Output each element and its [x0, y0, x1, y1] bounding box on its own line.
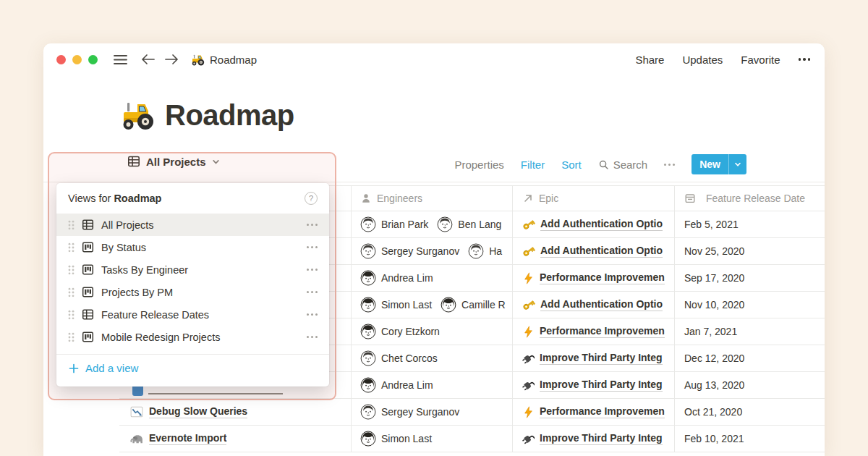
- avatar: [360, 431, 376, 447]
- view-item-menu-icon[interactable]: [307, 246, 318, 248]
- more-options-icon[interactable]: [799, 58, 811, 61]
- board-view-icon: [82, 286, 94, 298]
- new-button[interactable]: New: [692, 154, 746, 174]
- key-icon: [522, 245, 535, 258]
- key-icon: [522, 298, 535, 311]
- breadcrumb-page-title[interactable]: Roadmap: [210, 54, 257, 66]
- help-icon[interactable]: ?: [305, 192, 318, 205]
- view-item-menu-icon[interactable]: [307, 269, 318, 271]
- column-header-release-date[interactable]: Feature Release Date: [674, 186, 825, 211]
- view-item-tasks-by-engineer[interactable]: Tasks By Engineer: [56, 258, 329, 281]
- plus-icon: [69, 363, 79, 373]
- epic-link[interactable]: Add Authentication Optio: [540, 218, 663, 231]
- table-row: Evernote Import Simon Last Improve Third…: [119, 426, 825, 452]
- release-date[interactable]: Jan 7, 2021: [684, 326, 737, 337]
- plug-icon: [522, 379, 535, 392]
- tractor-icon: [191, 53, 205, 67]
- board-view-icon: [82, 331, 94, 343]
- zoom-window-button[interactable]: [88, 55, 98, 64]
- epic-link[interactable]: Add Authentication Optio: [540, 245, 663, 258]
- view-item-menu-icon[interactable]: [307, 291, 318, 293]
- favorite-button[interactable]: Favorite: [741, 54, 780, 66]
- search-icon: [598, 159, 609, 170]
- person-icon: [360, 193, 372, 204]
- traffic-lights: [56, 55, 98, 64]
- column-header-engineers[interactable]: Engineers: [351, 186, 512, 211]
- tractor-icon: [120, 98, 155, 132]
- drag-handle-icon[interactable]: [68, 310, 75, 320]
- table-row: Debug Slow Queries Sergey Surganov Perfo…: [119, 399, 825, 426]
- page-title: Roadmap: [165, 99, 294, 132]
- column-header-epic[interactable]: Epic: [512, 186, 674, 211]
- view-item-by-status[interactable]: By Status: [56, 236, 329, 258]
- avatar: [360, 270, 376, 286]
- view-item-feature-release-dates[interactable]: Feature Release Dates: [56, 303, 329, 326]
- board-view-icon: [82, 241, 94, 253]
- avatar: [360, 297, 376, 313]
- view-item-menu-icon[interactable]: [307, 313, 318, 316]
- share-button[interactable]: Share: [635, 54, 664, 66]
- avatar: [360, 216, 376, 232]
- lightning-icon: [522, 406, 535, 418]
- app-window: Roadmap Share Updates Favorite Roadmap A…: [43, 43, 825, 456]
- properties-button[interactable]: Properties: [454, 159, 503, 171]
- sort-button[interactable]: Sort: [561, 159, 582, 171]
- view-item-projects-by-pm[interactable]: Projects By PM: [56, 281, 329, 303]
- table-view-icon: [82, 219, 94, 231]
- project-link[interactable]: Evernote Import: [149, 432, 226, 445]
- epic-link[interactable]: Performance Improvemen: [540, 271, 665, 284]
- release-date[interactable]: Feb 5, 2021: [684, 219, 739, 230]
- release-date[interactable]: Feb 10, 2021: [684, 433, 744, 444]
- release-date[interactable]: Aug 13, 2020: [684, 379, 744, 391]
- view-switcher-button[interactable]: All Projects: [127, 155, 220, 168]
- drag-handle-icon[interactable]: [68, 287, 75, 297]
- epic-link[interactable]: Improve Third Party Integ: [540, 379, 663, 392]
- views-dropdown: Views for Roadmap ? All Projects By Stat…: [56, 183, 329, 387]
- release-date[interactable]: Nov 10, 2020: [684, 299, 744, 311]
- avatar: [437, 216, 453, 232]
- view-options-icon[interactable]: [664, 164, 675, 166]
- release-date[interactable]: Dec 12, 2020: [684, 352, 744, 364]
- views-dropdown-header: Views for Roadmap ?: [56, 183, 329, 214]
- plug-icon: [522, 352, 535, 365]
- forward-arrow-icon[interactable]: [164, 54, 179, 65]
- avatar: [360, 324, 376, 339]
- avatar: [468, 243, 484, 259]
- window-titlebar: Roadmap Share Updates Favorite: [43, 43, 825, 75]
- view-item-menu-icon[interactable]: [307, 336, 318, 338]
- table-view-icon: [82, 308, 94, 321]
- board-view-icon: [82, 263, 94, 276]
- add-view-button[interactable]: Add a view: [56, 355, 329, 381]
- avatar: [360, 404, 376, 420]
- chart-down-icon: [130, 405, 143, 418]
- view-item-all-projects[interactable]: All Projects: [56, 214, 329, 236]
- drag-handle-icon[interactable]: [68, 220, 75, 230]
- epic-link[interactable]: Improve Third Party Integ: [540, 432, 663, 445]
- view-item-mobile-redesign-projects[interactable]: Mobile Redesign Projects: [56, 326, 329, 348]
- back-arrow-icon[interactable]: [141, 54, 156, 65]
- release-date[interactable]: Sep 17, 2020: [684, 272, 744, 284]
- hidden-row-underline-fragment: [148, 393, 283, 394]
- filter-button[interactable]: Filter: [521, 159, 545, 171]
- release-date[interactable]: Oct 21, 2020: [684, 406, 742, 418]
- epic-link[interactable]: Add Authentication Optio: [540, 298, 663, 311]
- drag-handle-icon[interactable]: [68, 332, 75, 342]
- search-button[interactable]: Search: [598, 159, 648, 171]
- epic-link[interactable]: Performance Improvemen: [540, 405, 665, 418]
- lightning-icon: [522, 272, 535, 284]
- table-view-icon: [127, 155, 140, 168]
- lightning-icon: [522, 326, 535, 338]
- updates-button[interactable]: Updates: [682, 54, 723, 66]
- new-dropdown-chevron-icon[interactable]: [729, 154, 746, 174]
- drag-handle-icon[interactable]: [68, 265, 75, 275]
- close-window-button[interactable]: [56, 55, 66, 64]
- epic-link[interactable]: Improve Third Party Integ: [540, 352, 663, 365]
- drag-handle-icon[interactable]: [68, 242, 75, 253]
- minimize-window-button[interactable]: [72, 55, 82, 64]
- view-item-menu-icon[interactable]: [307, 224, 318, 226]
- project-link[interactable]: Debug Slow Queries: [149, 405, 247, 418]
- epic-link[interactable]: Performance Improvemen: [540, 325, 665, 338]
- release-date[interactable]: Nov 25, 2020: [684, 245, 744, 257]
- hamburger-menu-icon[interactable]: [114, 54, 127, 65]
- avatar: [360, 350, 376, 366]
